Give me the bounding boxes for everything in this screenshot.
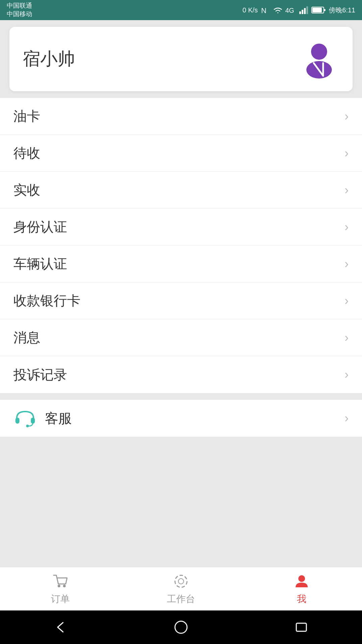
chevron-icon-vehicle-verify: ›: [345, 257, 349, 271]
service-section: 客服 ›: [0, 400, 362, 437]
svg-rect-22: [296, 623, 306, 631]
service-left: 客服: [13, 407, 72, 430]
svg-point-17: [63, 585, 66, 587]
svg-rect-8: [312, 8, 322, 12]
svg-point-21: [175, 621, 187, 633]
time-display: 傍晚6:11: [329, 6, 355, 15]
back-button[interactable]: [50, 617, 70, 637]
recents-button[interactable]: [292, 617, 312, 637]
tab-me[interactable]: 我: [241, 573, 362, 605]
nfc-icon: N: [260, 5, 270, 15]
carrier2-label: 中国移动: [7, 10, 32, 18]
order-tab-icon: [52, 573, 69, 590]
chevron-icon-service: ›: [345, 411, 349, 425]
svg-text:N: N: [261, 6, 266, 15]
menu-label-received: 实收: [13, 181, 40, 199]
tab-order-label: 订单: [51, 593, 70, 605]
profile-avatar: [299, 39, 339, 79]
menu-item-pending[interactable]: 待收 ›: [0, 135, 362, 172]
workbench-tab-icon: [172, 573, 190, 590]
tab-bar: 订单 工作台 我: [0, 567, 362, 610]
network-speed: 0 K/s: [242, 6, 258, 14]
signal-icon: [299, 5, 309, 15]
menu-item-vehicle-verify[interactable]: 车辆认证 ›: [0, 246, 362, 282]
signal-icons: N 4G: [260, 5, 326, 15]
wifi-icon: [273, 5, 283, 15]
chevron-icon-pending: ›: [345, 146, 349, 160]
chevron-icon-bank-card: ›: [345, 294, 349, 308]
svg-point-20: [298, 575, 305, 582]
svg-point-9: [311, 44, 327, 60]
menu-label-vehicle-verify: 车辆认证: [13, 255, 67, 273]
svg-text:4G: 4G: [285, 7, 294, 14]
status-bar: 中国联通 中国移动 0 K/s N 4G: [0, 0, 362, 20]
recents-icon: [294, 619, 310, 635]
menu-item-complaint[interactable]: 投诉记录 ›: [0, 356, 362, 393]
menu-label-oil-card: 油卡: [13, 107, 40, 125]
svg-rect-4: [304, 8, 306, 14]
svg-rect-13: [15, 418, 19, 424]
svg-rect-2: [299, 11, 301, 14]
home-icon: [173, 619, 189, 635]
tab-workbench[interactable]: 工作台: [121, 573, 241, 605]
svg-point-16: [58, 585, 60, 587]
svg-point-19: [178, 579, 184, 584]
menu-section: 油卡 › 待收 › 实收 › 身份认证 › 车辆认证 › 收款银行卡 › 消息 …: [0, 98, 362, 393]
service-item[interactable]: 客服 ›: [0, 400, 362, 437]
menu-label-bank-card: 收款银行卡: [13, 291, 80, 310]
svg-point-18: [175, 575, 187, 587]
me-tab-icon: [293, 573, 310, 590]
menu-label-pending: 待收: [13, 144, 40, 162]
profile-card[interactable]: 宿小帅: [9, 27, 353, 91]
back-icon: [52, 619, 68, 635]
svg-rect-7: [324, 9, 325, 11]
menu-item-id-verify[interactable]: 身份认证 ›: [0, 209, 362, 246]
svg-rect-5: [306, 6, 308, 14]
status-right: 0 K/s N 4G: [242, 5, 355, 15]
menu-item-bank-card[interactable]: 收款银行卡 ›: [0, 282, 362, 319]
chevron-icon-complaint: ›: [345, 368, 349, 382]
profile-name: 宿小帅: [23, 47, 75, 71]
battery-icon: [311, 6, 326, 14]
home-button[interactable]: [171, 617, 191, 637]
tab-workbench-label: 工作台: [167, 593, 195, 605]
menu-label-id-verify: 身份认证: [13, 218, 67, 236]
tab-me-label: 我: [297, 593, 306, 605]
chevron-icon-oil-card: ›: [345, 109, 349, 123]
carrier-info: 中国联通 中国移动: [7, 2, 32, 18]
chevron-icon-message: ›: [345, 331, 349, 345]
service-label: 客服: [45, 409, 72, 428]
4g-icon: 4G: [285, 5, 297, 15]
chevron-icon-received: ›: [345, 183, 349, 197]
svg-rect-3: [302, 10, 303, 14]
menu-item-message[interactable]: 消息 ›: [0, 319, 362, 356]
menu-label-message: 消息: [13, 328, 40, 347]
menu-label-complaint: 投诉记录: [13, 366, 67, 384]
nav-bar: [0, 610, 362, 644]
tab-order[interactable]: 订单: [0, 573, 121, 605]
svg-point-15: [26, 425, 29, 427]
chevron-icon-id-verify: ›: [345, 220, 349, 234]
menu-item-oil-card[interactable]: 油卡 ›: [0, 98, 362, 135]
menu-item-received[interactable]: 实收 ›: [0, 172, 362, 209]
headphone-icon: [13, 407, 37, 430]
carrier1-label: 中国联通: [7, 2, 32, 10]
